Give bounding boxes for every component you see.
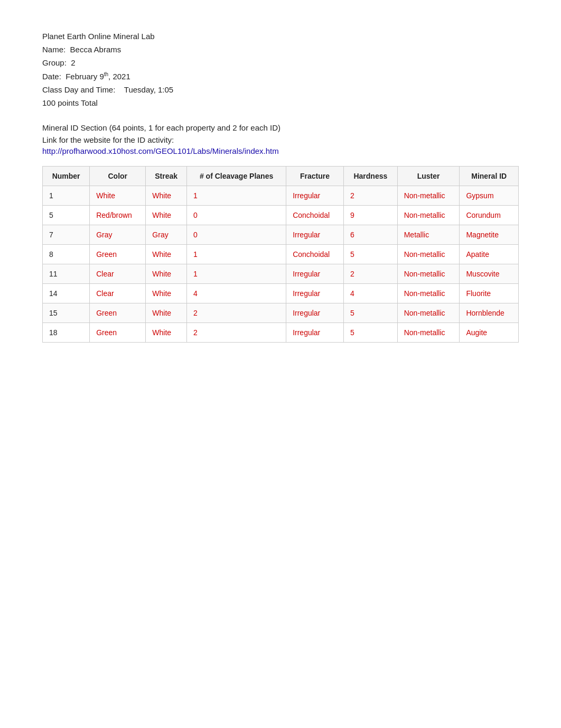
table-row: 14ClearWhite4Irregular4Non-metallicFluor… [43, 284, 519, 303]
table-cell: 2 [344, 264, 398, 284]
table-cell: Metallic [397, 225, 460, 245]
col-fracture: Fracture [286, 167, 344, 186]
link-line: http://profharwood.x10host.com/GEOL101/L… [42, 146, 519, 155]
col-luster: Luster [397, 167, 460, 186]
col-number: Number [43, 167, 90, 186]
table-cell: Gypsum [460, 186, 519, 206]
date-sup: th [104, 71, 108, 77]
table-cell: 5 [344, 303, 398, 323]
mineral-table: Number Color Streak # of Cleavage Planes… [42, 166, 519, 343]
table-cell: Muscovite [460, 264, 519, 284]
table-cell: Clear [90, 264, 146, 284]
table-cell: 1 [187, 264, 286, 284]
col-color: Color [90, 167, 146, 186]
table-cell: 0 [187, 225, 286, 245]
name-value: Becca Abrams [70, 45, 121, 54]
table-cell: Irregular [286, 284, 344, 303]
table-cell: Irregular [286, 264, 344, 284]
col-mineral-id: Mineral ID [460, 167, 519, 186]
header-row: Number Color Streak # of Cleavage Planes… [43, 167, 519, 186]
table-cell: Hornblende [460, 303, 519, 323]
table-cell: Non-metallic [397, 284, 460, 303]
table-cell: White [146, 303, 187, 323]
group-label: Group: [42, 58, 67, 67]
table-cell: White [146, 245, 187, 264]
table-cell: Non-metallic [397, 186, 460, 206]
link-label-line: Link for the website for the ID activity… [42, 135, 519, 144]
table-cell: Non-metallic [397, 264, 460, 284]
header-section: Planet Earth Online Mineral Lab Name: Be… [42, 32, 519, 107]
group-line: Group: 2 [42, 58, 519, 67]
table-row: 18GreenWhite2Irregular5Non-metallicAugit… [43, 323, 519, 343]
lab-title: Planet Earth Online Mineral Lab [42, 32, 519, 41]
table-cell: Non-metallic [397, 323, 460, 343]
table-cell: 4 [187, 284, 286, 303]
table-body: 1WhiteWhite1Irregular2Non-metallicGypsum… [43, 186, 519, 343]
col-streak: Streak [146, 167, 187, 186]
table-cell: 14 [43, 284, 90, 303]
table-cell: 2 [187, 323, 286, 343]
table-cell: 11 [43, 264, 90, 284]
points-line: 100 points Total [42, 98, 519, 107]
table-cell: 8 [43, 245, 90, 264]
table-cell: 5 [344, 245, 398, 264]
table-cell: White [146, 206, 187, 225]
table-cell: 0 [187, 206, 286, 225]
table-cell: Gray [146, 225, 187, 245]
classday-label: Class Day and Time: [42, 85, 115, 94]
table-cell: Conchoidal [286, 206, 344, 225]
table-cell: 7 [43, 225, 90, 245]
table-row: 11ClearWhite1Irregular2Non-metallicMusco… [43, 264, 519, 284]
table-row: 15GreenWhite2Irregular5Non-metallicHornb… [43, 303, 519, 323]
table-cell: 15 [43, 303, 90, 323]
table-header: Number Color Streak # of Cleavage Planes… [43, 167, 519, 186]
table-cell: 1 [187, 245, 286, 264]
table-cell: Green [90, 323, 146, 343]
table-cell: 1 [187, 186, 286, 206]
table-cell: White [146, 264, 187, 284]
col-hardness: Hardness [344, 167, 398, 186]
table-cell: Magnetite [460, 225, 519, 245]
table-cell: Augite [460, 323, 519, 343]
classday-line: Class Day and Time: Tuesday, 1:05 [42, 85, 519, 94]
table-cell: Fluorite [460, 284, 519, 303]
table-cell: Green [90, 303, 146, 323]
table-cell: Conchoidal [286, 245, 344, 264]
table-cell: 5 [344, 323, 398, 343]
name-label: Name: [42, 45, 66, 54]
table-row: 8GreenWhite1Conchoidal5Non-metallicApati… [43, 245, 519, 264]
table-cell: White [146, 284, 187, 303]
group-value: 2 [71, 58, 75, 67]
table-cell: Apatite [460, 245, 519, 264]
section-title: Mineral ID Section (64 points, 1 for eac… [42, 123, 519, 132]
table-cell: 4 [344, 284, 398, 303]
table-cell: White [146, 186, 187, 206]
table-cell: Irregular [286, 323, 344, 343]
table-row: 5Red/brownWhite0Conchoidal9Non-metallicC… [43, 206, 519, 225]
date-line: Date: February 9th, 2021 [42, 71, 519, 81]
link-label: Link for the website for the ID activity… [42, 135, 174, 144]
table-cell: Green [90, 245, 146, 264]
table-row: 1WhiteWhite1Irregular2Non-metallicGypsum [43, 186, 519, 206]
table-cell: Non-metallic [397, 303, 460, 323]
mineral-id-section: Mineral ID Section (64 points, 1 for eac… [42, 123, 519, 343]
date-day: February 9 [66, 72, 104, 81]
table-cell: 5 [43, 206, 90, 225]
table-cell: Gray [90, 225, 146, 245]
table-cell: 6 [344, 225, 398, 245]
table-cell: Irregular [286, 225, 344, 245]
table-cell: Red/brown [90, 206, 146, 225]
table-cell: Clear [90, 284, 146, 303]
table-cell: Non-metallic [397, 206, 460, 225]
table-cell: Corundum [460, 206, 519, 225]
col-cleavage: # of Cleavage Planes [187, 167, 286, 186]
table-cell: White [90, 186, 146, 206]
classday-value: Tuesday, 1:05 [124, 85, 173, 94]
name-line: Name: Becca Abrams [42, 45, 519, 54]
table-cell: Irregular [286, 303, 344, 323]
table-cell: 2 [187, 303, 286, 323]
table-cell: 2 [344, 186, 398, 206]
table-cell: 9 [344, 206, 398, 225]
table-row: 7GrayGray0Irregular6MetallicMagnetite [43, 225, 519, 245]
mineral-id-link[interactable]: http://profharwood.x10host.com/GEOL101/L… [42, 146, 279, 155]
